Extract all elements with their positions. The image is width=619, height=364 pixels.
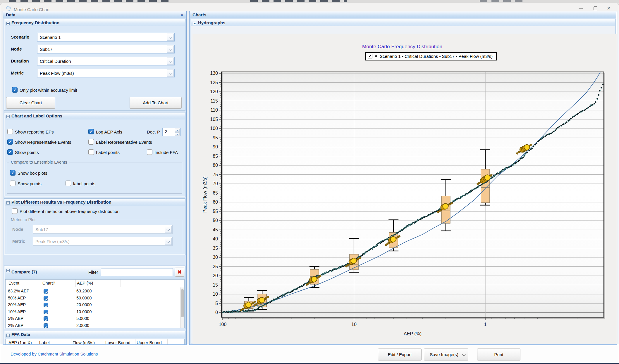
duration-dropdown[interactable]: Critical Duration: [37, 57, 175, 65]
representative-event-marker: [351, 258, 357, 264]
background-text-sliver: [250, 0, 347, 2]
dec-p-spinner[interactable]: 2 ▲ ▼: [162, 128, 180, 136]
chevron-down-icon: [165, 226, 172, 233]
chevron-down-icon[interactable]: [167, 58, 174, 65]
svg-text:130: 130: [210, 71, 218, 76]
representative-event-marker: [524, 145, 530, 150]
svg-text:10: 10: [351, 322, 357, 327]
column-aep[interactable]: AEP (%): [76, 280, 121, 287]
ensemble-show-points-checkbox[interactable]: [10, 181, 16, 186]
close-button[interactable]: ✕: [603, 6, 615, 11]
representative-event-marker: [391, 237, 396, 242]
plot-different-metric-checkbox[interactable]: [12, 208, 18, 214]
compare-row[interactable]: 10% AEP10.0000: [6, 308, 180, 316]
clear-chart-button[interactable]: Clear Chart: [6, 97, 55, 109]
node-dropdown[interactable]: Sub17: [37, 45, 175, 53]
ensemble-label-points-checkbox[interactable]: [66, 181, 71, 186]
metric-dropdown[interactable]: Peak Flow (m3/s): [37, 69, 175, 77]
chart-legend[interactable]: Scenario 1 - Critical Durations - Sub17 …: [365, 52, 497, 60]
compare-aep-cell: 20.0000: [76, 301, 92, 308]
clear-filter-button[interactable]: ✖: [175, 268, 184, 277]
svg-text:125: 125: [210, 80, 218, 85]
show-points-label: Show points: [15, 150, 39, 155]
minimize-button[interactable]: [575, 6, 587, 11]
svg-text:50: 50: [213, 218, 218, 223]
compare-row[interactable]: 5% AEP5.0000: [6, 315, 180, 322]
filter-input[interactable]: [101, 268, 173, 276]
compare-chart-checkbox[interactable]: [44, 323, 48, 328]
edit-export-button[interactable]: Edit / Export: [378, 349, 422, 360]
collapse-section-icon[interactable]: −: [6, 115, 10, 118]
scenario-dropdown[interactable]: Scenario 1: [37, 33, 175, 41]
compare-row[interactable]: 2% AEP2.0000: [6, 322, 180, 328]
svg-text:10: 10: [213, 292, 218, 297]
background-window-sliver: [0, 0, 619, 3]
compare-chart-checkbox[interactable]: [44, 289, 48, 294]
duration-label: Duration: [11, 58, 29, 63]
plot-different-metric-label: Plot different metric on above frequency…: [20, 209, 120, 214]
compare-aep-cell: 2.0000: [76, 322, 89, 328]
developer-link[interactable]: Developed by Catchment Simulation Soluti…: [11, 352, 98, 356]
plot-node-dropdown[interactable]: Sub17: [33, 225, 173, 234]
ffa-data-header[interactable]: −FFA Data: [5, 331, 185, 338]
scrollbar-thumb[interactable]: [181, 289, 184, 317]
column-upper-bound[interactable]: Upper Bound: [136, 339, 168, 345]
chevron-down-icon[interactable]: [167, 34, 174, 41]
collapse-panel-button[interactable]: «: [181, 12, 183, 18]
column-lower-bound[interactable]: Lower Bound: [105, 339, 135, 345]
collapse-section-icon[interactable]: −: [6, 269, 10, 272]
chevron-down-icon[interactable]: [167, 46, 174, 53]
show-box-plots-checkbox[interactable]: [10, 170, 16, 176]
app-cloud-icon: [5, 6, 12, 11]
spin-up-icon[interactable]: ▲: [175, 129, 180, 132]
add-to-chart-button[interactable]: Add To Chart: [130, 97, 182, 109]
compare-aep-cell: 10.0000: [76, 308, 92, 315]
collapse-section-icon[interactable]: −: [6, 334, 10, 337]
chevron-down-icon[interactable]: [167, 70, 174, 77]
compare-chart-checkbox[interactable]: [44, 316, 48, 321]
metric-to-plot-title: Metric to Plot: [9, 217, 37, 222]
column-chart[interactable]: Chart?: [42, 280, 76, 287]
show-reporting-eps-checkbox[interactable]: [7, 129, 13, 134]
show-points-checkbox[interactable]: [7, 149, 13, 155]
collapse-section-icon[interactable]: −: [6, 201, 10, 204]
compare-row[interactable]: 20% AEP20.0000: [6, 301, 180, 308]
show-representative-events-checkbox[interactable]: [7, 139, 13, 145]
compare-row[interactable]: 50% AEP50.0000: [6, 295, 180, 302]
plot-metric-dropdown[interactable]: Peak Flow (m3/s): [33, 237, 173, 246]
background-text-sliver: [9, 0, 170, 2]
compare-scrollbar[interactable]: [180, 287, 184, 328]
column-aep-1inx[interactable]: AEP (1 in X): [8, 339, 38, 345]
legend-checkbox[interactable]: [368, 54, 372, 58]
svg-text:120: 120: [210, 89, 218, 94]
frequency-distribution-chart[interactable]: 0510152025303540455055606570758085909510…: [189, 25, 617, 345]
chart-title: Monte Carlo Frequency Distribution: [331, 44, 474, 50]
spin-down-icon[interactable]: ▼: [175, 132, 180, 136]
data-panel-title: Data: [6, 12, 16, 17]
svg-text:40: 40: [213, 236, 218, 241]
legend-series-label: Scenario 1 - Critical Durations - Sub17 …: [380, 54, 493, 59]
label-representative-events-checkbox[interactable]: [88, 139, 94, 145]
log-aep-axis-checkbox[interactable]: [88, 129, 94, 134]
chart-label-options-header[interactable]: −Chart and Label Options: [5, 113, 185, 119]
print-button[interactable]: Print: [477, 349, 520, 360]
maximize-button[interactable]: [589, 6, 601, 11]
collapse-section-icon[interactable]: −: [193, 22, 196, 25]
collapse-section-icon[interactable]: −: [6, 22, 10, 25]
include-ffa-checkbox[interactable]: [147, 149, 152, 155]
compare-chart-checkbox[interactable]: [44, 310, 48, 314]
compare-row[interactable]: 63.2% AEP63.2000: [6, 288, 180, 295]
column-flow[interactable]: Flow (m3/s): [72, 339, 104, 345]
column-event[interactable]: Event: [8, 280, 41, 287]
accuracy-limit-checkbox[interactable]: [12, 87, 18, 93]
plot-metric-label: Metric: [12, 239, 25, 244]
plot-different-header[interactable]: −Plot Different Results vs Frequency Dis…: [5, 199, 185, 206]
compare-event-cell: 20% AEP: [8, 301, 26, 308]
label-points-checkbox[interactable]: [88, 149, 94, 155]
save-images-button[interactable]: Save Image(s): [424, 349, 468, 360]
frequency-distribution-section: −Frequency Distribution Scenario Scenari…: [4, 19, 185, 111]
column-label[interactable]: Label: [39, 339, 71, 345]
compare-chart-checkbox[interactable]: [44, 296, 48, 301]
frequency-distribution-header[interactable]: −Frequency Distribution: [5, 20, 185, 26]
compare-chart-checkbox[interactable]: [44, 303, 48, 307]
